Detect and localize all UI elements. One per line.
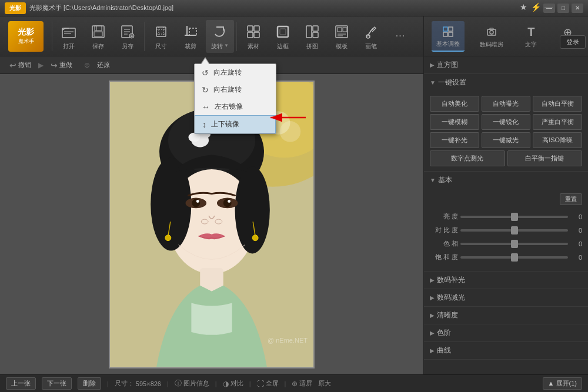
ctx-rotate-right[interactable]: ↻ 向右旋转 xyxy=(195,81,276,98)
toolbar-border-label: 边框 xyxy=(277,42,289,51)
clarity-section[interactable]: ▶ 清晰度 xyxy=(424,307,588,324)
levels-section[interactable]: ▶ 色阶 xyxy=(424,324,588,342)
title-bar: 光影 光影魔术手 [C:\Users\Administrator\Desktop… xyxy=(0,0,588,16)
toolbar-brush[interactable]: 画笔 xyxy=(357,20,385,53)
save-icon xyxy=(89,22,108,41)
btn-one-sharpen[interactable]: 一键锐化 xyxy=(482,114,531,130)
maximize-button[interactable]: □ xyxy=(557,4,569,13)
basic-adjust-icon xyxy=(440,24,456,40)
btn-auto-wb[interactable]: 自动白平衡 xyxy=(533,96,582,112)
ctx-rotate-left[interactable]: ↺ 向左旋转 xyxy=(195,64,276,81)
ctx-mirror-v[interactable]: ↕ 上下镜像 xyxy=(195,115,276,133)
svg-point-58 xyxy=(223,199,232,207)
toolbar-rotate[interactable]: 旋转 ▼ xyxy=(206,20,234,53)
status-bar: 上一张 下一张 删除 | 尺寸： 595×826 | ⓘ 图片信息 | ◑ 对比… xyxy=(0,374,588,392)
svg-rect-26 xyxy=(248,26,253,31)
toolbar-rotate-label: 旋转 xyxy=(211,42,223,51)
restore-button[interactable]: 还原 xyxy=(92,59,115,71)
btn-auto-beautify[interactable]: 自动美化 xyxy=(430,96,479,112)
mirror-v-icon: ↕ xyxy=(202,120,206,129)
svg-point-54 xyxy=(235,166,270,253)
toolbar-size-label: 尺寸 xyxy=(155,42,167,51)
toolbar-template[interactable]: 模板 xyxy=(328,20,356,53)
basic-header[interactable]: ▼ 基本 xyxy=(424,172,588,189)
btn-spot-meter[interactable]: 数字点测光 xyxy=(430,150,505,166)
toolbar-material-label: 素材 xyxy=(248,42,259,51)
saturation-thumb[interactable] xyxy=(511,253,518,262)
histogram-header[interactable]: ▶ 直方图 xyxy=(424,56,588,73)
toolbar-collage[interactable]: 拼图 xyxy=(298,20,326,53)
mirror-h-icon: ↔ xyxy=(202,102,210,112)
contrast-item[interactable]: ◑ 对比 xyxy=(223,379,243,388)
svg-text:+: + xyxy=(131,34,133,38)
tab-darkroom[interactable]: 数码暗房 xyxy=(475,22,508,51)
toolbar-border[interactable]: 边框 xyxy=(269,20,297,53)
toolbar-divider-2 xyxy=(144,22,145,51)
toolbar-saveas[interactable]: + 另存 xyxy=(113,20,142,53)
brightness-track[interactable] xyxy=(460,216,568,218)
prev-button[interactable]: 上一张 xyxy=(6,377,36,390)
size-value: 595×826 xyxy=(136,380,161,387)
fullscreen-icon: ⛶ xyxy=(257,380,264,388)
nav-icon-2[interactable]: ⚡ xyxy=(531,2,541,12)
reset-button[interactable]: 重置 xyxy=(560,193,582,205)
svg-rect-30 xyxy=(278,26,288,37)
hue-track[interactable] xyxy=(460,243,568,245)
btn-high-iso[interactable]: 高ISO降噪 xyxy=(533,132,582,148)
onekey-header[interactable]: ▼ 一键设置 xyxy=(424,74,588,91)
onekey-content: 自动美化 自动曝光 自动白平衡 一键模糊 一键锐化 严重白平衡 一键补光 一键减… xyxy=(424,91,588,171)
original-item[interactable]: 原大 xyxy=(318,379,331,388)
next-button[interactable]: 下一张 xyxy=(42,377,72,390)
fit-item[interactable]: ⊕ 适屏 xyxy=(292,379,312,388)
svg-point-5 xyxy=(490,31,493,34)
ctx-mirror-h[interactable]: ↔ 左右镜像 xyxy=(195,98,276,115)
saveas-icon: + xyxy=(118,22,137,41)
tab-text[interactable]: T 文字 xyxy=(518,22,544,51)
nav-icon-1[interactable]: ★ xyxy=(520,2,527,12)
text-icon: T xyxy=(523,24,539,41)
saturation-row: 饱 和 度 0 xyxy=(430,253,582,262)
toolbar-save-label: 保存 xyxy=(92,42,104,51)
toolbar-collage-label: 拼图 xyxy=(306,42,318,51)
toolbar-crop[interactable]: 裁剪 xyxy=(176,20,205,53)
redo-button[interactable]: ↪ 重做 xyxy=(46,59,77,71)
btn-one-blur[interactable]: 一键模糊 xyxy=(430,114,479,130)
delete-button[interactable]: 删除 xyxy=(78,377,101,390)
close-button[interactable]: ✕ xyxy=(572,4,583,13)
curves-section[interactable]: ▶ 曲线 xyxy=(424,342,588,360)
svg-point-65 xyxy=(165,234,171,240)
expand-button[interactable]: ▲ 展开(1) xyxy=(543,377,582,390)
saturation-track[interactable] xyxy=(460,256,568,259)
btn-severe-wb[interactable]: 严重白平衡 xyxy=(533,114,582,130)
nav-icon-3[interactable]: — xyxy=(544,2,553,12)
clarity-triangle: ▶ xyxy=(430,312,435,319)
toolbar-size[interactable]: 尺寸 xyxy=(147,20,175,53)
undo-button[interactable]: ↩ 撤销 xyxy=(5,59,36,71)
toolbar-save[interactable]: 保存 xyxy=(84,20,112,53)
window-title: 光影魔术手 [C:\Users\Administrator\Desktop\0.… xyxy=(29,4,173,12)
btn-wb-single[interactable]: 白平衡一指键 xyxy=(507,150,583,166)
hue-thumb[interactable] xyxy=(511,240,518,248)
toolbar-open[interactable]: 打开 xyxy=(55,20,83,53)
login-button[interactable]: 登录 xyxy=(560,35,586,49)
info-icon-item[interactable]: ⓘ 图片信息 xyxy=(175,378,209,388)
btn-fill-light[interactable]: 一键补光 xyxy=(430,132,479,148)
btn-reduce-light[interactable]: 一键减光 xyxy=(482,132,531,148)
contrast-thumb[interactable] xyxy=(511,226,518,234)
fullscreen-item[interactable]: ⛶ 全屏 xyxy=(257,379,279,388)
toolbar-more[interactable]: ··· xyxy=(386,24,415,49)
contrast-label: 对 比 度 xyxy=(430,226,458,234)
digital-fill-section[interactable]: ▶ 数码补光 xyxy=(424,272,588,289)
wide-button-row: 数字点测光 白平衡一指键 xyxy=(430,150,582,166)
btn-auto-exposure[interactable]: 自动曝光 xyxy=(482,96,531,112)
brightness-thumb[interactable] xyxy=(511,213,518,221)
digital-reduce-section[interactable]: ▶ 数码减光 xyxy=(424,289,588,307)
size-icon xyxy=(152,22,171,41)
toolbar-material[interactable]: 素材 xyxy=(239,20,268,53)
contrast-track[interactable] xyxy=(460,229,568,232)
digital-fill-triangle: ▶ xyxy=(430,277,435,283)
tab-basic-adjust[interactable]: 基本调整 xyxy=(432,21,465,52)
levels-triangle: ▶ xyxy=(430,330,435,336)
tab-darkroom-label: 数码暗房 xyxy=(480,41,503,49)
more-icon: ··· xyxy=(391,26,410,45)
